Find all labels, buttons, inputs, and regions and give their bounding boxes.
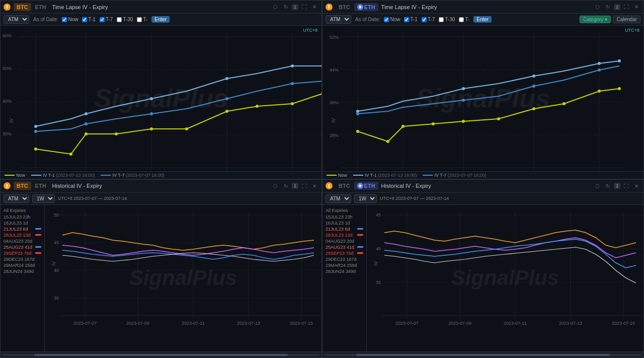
enter-button[interactable]: Enter bbox=[151, 16, 170, 23]
svg-point-52 bbox=[386, 140, 389, 143]
svg-text:≥: ≥ bbox=[10, 116, 14, 124]
category-button[interactable]: Category ▾ bbox=[580, 16, 611, 23]
svg-point-26 bbox=[34, 130, 37, 133]
chart-grid: 52% 44% 36% 28% bbox=[323, 26, 643, 171]
expiry-15jul-23h[interactable]: 15JUL23 23h bbox=[324, 214, 365, 220]
now-checkbox[interactable]: Now bbox=[384, 17, 400, 22]
scrollbar-track[interactable] bbox=[325, 354, 641, 356]
btc-tab-eth[interactable]: ETH bbox=[32, 3, 49, 11]
svg-text:2023-07-09: 2023-07-09 bbox=[126, 321, 149, 326]
eth-hist-tab-eth[interactable]: ◆ETH bbox=[354, 182, 378, 190]
close-icon[interactable]: ✕ bbox=[632, 3, 640, 11]
all-expiries-label: All Expiries bbox=[324, 207, 365, 214]
svg-point-66 bbox=[356, 112, 359, 115]
btc-timelapse-coin-tabs: BTC ETH bbox=[14, 3, 49, 11]
expiry-28jun-349d[interactable]: 28JUN24 349d bbox=[2, 268, 43, 274]
svg-point-59 bbox=[598, 90, 601, 93]
period-select[interactable]: 1W bbox=[32, 194, 55, 203]
atm-select[interactable]: ATM bbox=[4, 15, 29, 24]
eth-historical-header: ₿ BTC ◆ETH Historical IV - Expiry ⬡ ↻ 2 … bbox=[323, 180, 643, 193]
expiry-29mar-258d[interactable]: 29MAR24 258d bbox=[324, 262, 365, 268]
btc-tab-btc[interactable]: BTC bbox=[14, 3, 31, 11]
scrollbar-thumb[interactable] bbox=[356, 354, 610, 356]
expand-icon[interactable]: ⛶ bbox=[622, 182, 630, 190]
eth-timelapse-header: ₿ BTC ◆ETH Time Lapse IV - Expiry ⬡ ↻ 2 … bbox=[323, 1, 643, 14]
export-icon[interactable]: ⬡ bbox=[594, 182, 602, 190]
t7-checkbox[interactable]: T-7 bbox=[422, 17, 435, 22]
t30-checkbox[interactable]: T-30 bbox=[117, 17, 133, 22]
refresh-icon[interactable]: ↻ bbox=[604, 3, 612, 11]
eth-hist-tab-btc[interactable]: BTC bbox=[336, 182, 353, 190]
expiry-16jul-1d[interactable]: 16JUL23 1d bbox=[2, 220, 43, 226]
expiry-04aug-20d[interactable]: 04AUG23 20d bbox=[2, 238, 43, 244]
t1-checkbox[interactable]: T-1 bbox=[404, 17, 417, 22]
as-of-date-label: As of Date: bbox=[355, 17, 380, 22]
svg-point-60 bbox=[618, 87, 621, 90]
eth-tab-btc[interactable]: BTC bbox=[336, 3, 353, 11]
btc-hist-tab-btc[interactable]: BTC bbox=[14, 182, 31, 190]
scrollbar-thumb[interactable] bbox=[34, 354, 288, 356]
legend-t1: IV T-1 (2023-07-13 16:00) bbox=[31, 173, 95, 178]
chart-grid: 15JUL23 21JUL23 04AUG23 29SEP23 29MAR24 … bbox=[1, 26, 321, 171]
expiry-28jul-13d[interactable]: 28JUL23 13d bbox=[2, 232, 43, 238]
tcustom-checkbox[interactable]: T- bbox=[137, 17, 147, 22]
expiry-04aug-20d[interactable]: 04AUG23 20d bbox=[324, 238, 365, 244]
t30-checkbox[interactable]: T-30 bbox=[439, 17, 455, 22]
date-range: UTC+8 2023-07-07 — 2023-07-14 bbox=[58, 196, 127, 201]
btc-hist-scrollbar[interactable] bbox=[1, 351, 321, 357]
tcustom-checkbox[interactable]: T- bbox=[459, 17, 469, 22]
expand-icon[interactable]: ⛶ bbox=[622, 3, 630, 11]
all-expiries-label: All Expiries bbox=[2, 207, 43, 214]
close-icon[interactable]: ✕ bbox=[310, 182, 318, 190]
eth-tab-eth[interactable]: ◆ETH bbox=[354, 3, 378, 11]
svg-point-69 bbox=[598, 68, 601, 71]
expiry-29mar-258d[interactable]: 29MAR24 258d bbox=[2, 262, 43, 268]
t7-checkbox[interactable]: T-7 bbox=[100, 17, 113, 22]
atm-select[interactable]: ATM bbox=[326, 15, 351, 24]
refresh-icon[interactable]: ↻ bbox=[604, 182, 612, 190]
svg-text:≥: ≥ bbox=[52, 259, 56, 267]
panel-num-badge: 2 bbox=[614, 183, 620, 189]
expiry-25aug-41d[interactable]: 25AUG23 41d bbox=[2, 244, 43, 250]
refresh-icon[interactable]: ↻ bbox=[282, 182, 290, 190]
enter-button[interactable]: Enter bbox=[473, 16, 492, 23]
expiry-29dec-167d[interactable]: 29DEC23 167d bbox=[2, 256, 43, 262]
period-select[interactable]: 1W bbox=[354, 194, 377, 203]
expiry-29sep-76d[interactable]: 29SEP23 76d bbox=[2, 250, 43, 256]
svg-point-25 bbox=[321, 64, 321, 67]
close-icon[interactable]: ✕ bbox=[310, 3, 318, 11]
refresh-icon[interactable]: ↻ bbox=[282, 3, 290, 11]
expiry-sidebar: All Expiries 15JUL23 23h 16JUL23 1d 21JU… bbox=[1, 205, 45, 352]
svg-point-22 bbox=[150, 97, 153, 100]
expiry-29sep-76d[interactable]: 29SEP23 76d bbox=[324, 250, 365, 256]
expiry-29dec-167d[interactable]: 29DEC23 167d bbox=[324, 256, 365, 262]
btc-hist-content: All Expiries 15JUL23 23h 16JUL23 1d 21JU… bbox=[1, 205, 321, 352]
as-of-date-label: As of Date: bbox=[33, 17, 58, 22]
svg-point-67 bbox=[462, 99, 465, 102]
export-icon[interactable]: ⬡ bbox=[272, 3, 280, 11]
svg-point-30 bbox=[291, 82, 294, 85]
expiry-21jul-6d[interactable]: 21JUL23 6d bbox=[324, 226, 365, 232]
expiry-28jul-13d[interactable]: 28JUL23 13d bbox=[324, 232, 365, 238]
expand-icon[interactable]: ⛶ bbox=[300, 182, 308, 190]
expiry-15jul-23h[interactable]: 15JUL23 23h bbox=[2, 214, 43, 220]
eth-hist-scrollbar[interactable] bbox=[323, 351, 643, 357]
export-icon[interactable]: ⬡ bbox=[594, 3, 602, 11]
expiry-16jul-1d[interactable]: 16JUL23 1d bbox=[324, 220, 365, 226]
t1-checkbox[interactable]: T-1 bbox=[82, 17, 95, 22]
hist-chart-svg: 50 45 40 35 ≥ 20 bbox=[45, 205, 321, 342]
svg-text:2023-07-07: 2023-07-07 bbox=[73, 321, 97, 326]
scrollbar-track[interactable] bbox=[3, 354, 319, 356]
expiry-25aug-41d[interactable]: 25AUG23 41d bbox=[324, 244, 365, 250]
now-checkbox[interactable]: Now bbox=[62, 17, 78, 22]
expand-icon[interactable]: ⛶ bbox=[300, 3, 308, 11]
atm-select[interactable]: ATM bbox=[326, 194, 351, 203]
btc-hist-tab-eth[interactable]: ETH bbox=[32, 182, 49, 190]
atm-select[interactable]: ATM bbox=[4, 194, 29, 203]
close-icon[interactable]: ✕ bbox=[632, 182, 640, 190]
calendar-button[interactable]: Calendar bbox=[613, 16, 640, 23]
svg-point-15 bbox=[185, 127, 188, 130]
expiry-21jul-6d[interactable]: 21JUL23 6d bbox=[2, 226, 43, 232]
expiry-28jun-349d[interactable]: 28JUN24 349d bbox=[324, 268, 365, 274]
export-icon[interactable]: ⬡ bbox=[272, 182, 280, 190]
